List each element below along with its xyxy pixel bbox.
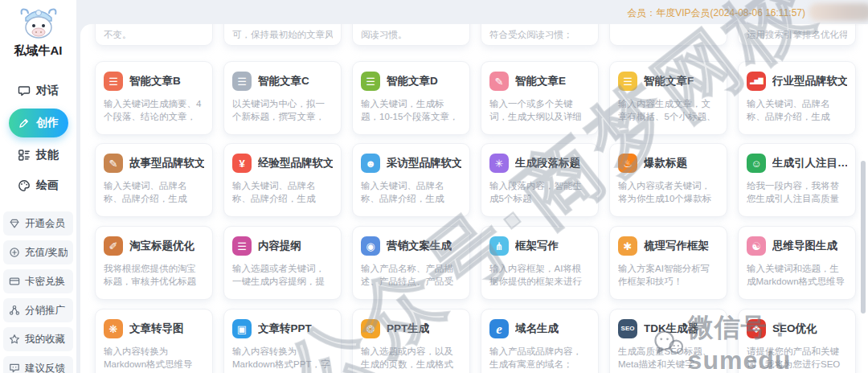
gear-nodes-icon: ✱ xyxy=(618,236,637,256)
tool-card[interactable]: ☻ 采访型品牌软文 输入关键词、品牌名称、品牌介绍，生成【采访问答型】… xyxy=(352,143,470,217)
sidebar-action-label: 开通会员 xyxy=(25,217,65,231)
tool-card-partial[interactable]: 符合受众阅读习惯； xyxy=(481,24,599,46)
creation-tools-panel: 不变。可，保持最初始的文章风格；阅读习惯。符合受众阅读习惯；运用搜索引擎排名优化… xyxy=(80,24,868,373)
tool-card[interactable]: ✐ 淘宝标题优化 我将根据您提供的淘宝标题，审核并优化标题并且再生成… xyxy=(95,226,213,300)
network-icon xyxy=(9,305,20,316)
ie-globe-icon: e xyxy=(489,319,509,338)
card-desc-fragment: 可，保持最初始的文章风格； xyxy=(232,29,333,41)
app-name: 私域牛AI xyxy=(0,43,76,59)
sidebar-action-label: 卡密兑换 xyxy=(25,275,65,289)
outline-doc-icon: ☰ xyxy=(232,236,252,256)
id-badge-icon: ☺ xyxy=(747,154,766,173)
tool-card[interactable]: ✎ 故事型品牌软文 输入关键词、品牌名称、品牌介绍，生成【故事型】品牌… xyxy=(95,143,213,217)
card-description: 输入内容框架，AI将根据你提供的框架来进行内容创作。 xyxy=(489,262,590,288)
doc-yellow-icon: ☰ xyxy=(618,72,637,91)
star-icon xyxy=(9,334,20,345)
sidebar-item-label: 绘画 xyxy=(36,178,59,193)
doc-ribbon-icon: ☰ xyxy=(104,72,123,91)
feedback-bubble-icon xyxy=(9,363,20,373)
doc-lines-icon: ☰ xyxy=(232,72,252,91)
tool-card[interactable]: ▂▅▇ 行业型品牌软文 输入关键词、品牌名称、品牌介绍，生成【行业型】品牌… xyxy=(738,61,856,135)
card-description: 输入产品或品牌内容，生成有寓意的域名； xyxy=(489,345,590,371)
card-title: 生成段落标题 xyxy=(515,156,580,170)
tool-card[interactable]: e 域名生成 输入产品或品牌内容，生成有寓意的域名； xyxy=(481,309,599,373)
tool-card[interactable]: ¥ 经验型品牌软文 输入关键词、品牌名称、品牌介绍，生成【经验型】品牌… xyxy=(223,143,342,217)
interview-person-icon: ☻ xyxy=(361,154,380,173)
card-title: 智能文章F xyxy=(644,74,694,88)
tool-card[interactable]: ◉ 营销文案生成 输入产品名称、产品描述、产品特点、产品受众、生成风… xyxy=(352,226,470,300)
tool-card[interactable]: ☯ 思维导图生成 输入关键词和选题，生成Markdown格式思维导图，… xyxy=(738,226,856,300)
card-description: 给我一段内容，我将替您生成引人注目高质量的标题。 xyxy=(747,179,847,205)
sidebar-action-卡密兑换[interactable]: 卡密兑换 xyxy=(3,269,73,293)
tool-card[interactable]: ❋ 文章转导图 输入内容转换为Markdown格式思维导图，字数多请分段… xyxy=(95,309,213,373)
sidebar-item-label: 技能 xyxy=(36,148,59,162)
card-description: 输入一个或多个关键词，生成大纲以及详细说明； xyxy=(489,97,590,123)
card-description: 输入关键词、品牌名称、品牌介绍，生成【采访问答型】… xyxy=(361,179,461,205)
coin-icon xyxy=(9,247,20,258)
card-description: 输入关键词生成摘要、4个段落、结论的文章，想字数多… xyxy=(104,97,204,123)
sidebar-action-label: 建议反馈 xyxy=(25,362,65,373)
card-description: 输入内容转换为Markdown格式PPT，字数多请分段或使… xyxy=(232,345,333,371)
tool-row: ❋ 文章转导图 输入内容转换为Markdown格式思维导图，字数多请分段… ▣ … xyxy=(95,309,856,373)
chat-bubble-icon xyxy=(18,84,31,97)
sidebar-item-对话[interactable]: 对话 xyxy=(9,78,68,104)
card-title: 思维导图生成 xyxy=(772,239,837,253)
card-title: 爆款标题 xyxy=(644,156,687,170)
sidebar-item-绘画[interactable]: 绘画 xyxy=(9,173,68,199)
card-title: 经验型品牌软文 xyxy=(258,156,333,170)
tool-card[interactable]: ☰ 智能文章C 以关键词为中心，拟一个新标题，撰写文章，想字数多建… xyxy=(223,61,342,135)
card-description: 输入段落内容，智能生成5个标题 xyxy=(489,179,590,205)
sidebar-item-label: 创作 xyxy=(36,116,59,130)
tool-card[interactable]: ❖ SEO优化 请提供您的产品和关键词，我将为您进行SEO优化。 xyxy=(738,309,856,373)
sidebar-action-充值/奖励[interactable]: 充值/奖励 xyxy=(3,240,73,264)
card-description: 输入关键词，生成标题，10-15个段落文章，想字数多建… xyxy=(361,97,461,123)
card-title: SEO优化 xyxy=(772,322,817,336)
tool-card[interactable]: ☰ 智能文章F 输入内容生成文章，文章有概括、5个小标题、结论，想… xyxy=(609,61,727,135)
seo-person-icon: SEO xyxy=(618,319,637,338)
card-description: 输入内容或者关键词，将为你生成10个爆款标题！ xyxy=(618,179,719,205)
palette-icon xyxy=(18,179,31,192)
pencil-icon xyxy=(18,117,31,129)
tool-card[interactable]: ☺ 生成引人注目… 给我一段内容，我将替您生成引人注目高质量的标题。 xyxy=(738,143,856,217)
tool-card[interactable]: ♨ 爆款标题 输入内容或者关键词，将为你生成10个爆款标题！ xyxy=(609,143,727,217)
tool-card[interactable]: SEO TDK生成器 生成高质量SEO标题、Meta描述和关键字 xyxy=(609,309,727,373)
sidebar-action-label: 充值/奖励 xyxy=(25,246,68,260)
tool-card-partial[interactable]: 不变。 xyxy=(95,24,213,46)
card-desc-fragment: 运用搜索引擎排名优化得更多… xyxy=(747,29,847,41)
tool-card[interactable]: ❂ PPT生成 输入选题或内容，以及生成的页数，生成格式为Markdow… xyxy=(352,309,470,373)
tool-card[interactable]: ✱ 梳理写作框架 输入方案AI智能分析写作框架和技巧！ xyxy=(609,226,727,300)
tool-row-partial: 不变。可，保持最初始的文章风格；阅读习惯。符合受众阅读习惯；运用搜索引擎排名优化… xyxy=(95,24,856,46)
tool-card-partial[interactable] xyxy=(609,24,727,46)
tool-card[interactable]: ⋔ 框架写作 输入内容框架，AI将根据你提供的框架来进行内容创作。 xyxy=(481,226,599,300)
sidebar-action-分销推广[interactable]: 分销推广 xyxy=(3,298,73,322)
card-description: 输入选题或者关键词，一键生成内容提纲，提升创作灵感！ xyxy=(232,262,333,288)
card-description: 输入内容转换为Markdown格式思维导图，字数多请分段… xyxy=(104,345,204,371)
sidebar-item-创作[interactable]: 创作 xyxy=(9,109,68,137)
card-description: 输入关键词、品牌名称、品牌介绍，生成【故事型】品牌… xyxy=(104,179,204,205)
tool-card[interactable]: ☰ 智能文章D 输入关键词，生成标题，10-15个段落文章，想字数多建… xyxy=(352,61,470,135)
vertical-scrollbar[interactable] xyxy=(861,161,866,314)
card-icon xyxy=(9,276,20,287)
tool-card[interactable]: ✳ 生成段落标题 输入段落内容，智能生成5个标题 xyxy=(481,143,599,217)
cluster-nodes-icon: ✳ xyxy=(489,154,509,173)
sidebar-action-开通会员[interactable]: 开通会员 xyxy=(3,211,73,236)
card-title: 智能文章C xyxy=(258,74,309,88)
tool-card[interactable]: ☰ 内容提纲 输入选题或者关键词，一键生成内容提纲，提升创作灵感！ xyxy=(223,226,342,300)
doc-pen-icon: ✎ xyxy=(489,72,509,91)
sidebar-action-建议反馈[interactable]: 建议反馈 xyxy=(3,356,73,373)
tool-card-partial[interactable]: 可，保持最初始的文章风格； xyxy=(223,24,342,46)
tool-card-partial[interactable]: 阅读习惯。 xyxy=(352,24,470,46)
tool-card[interactable]: ✎ 智能文章E 输入一个或多个关键词，生成大纲以及详细说明； xyxy=(481,61,599,135)
tool-card[interactable]: ☰ 智能文章B 输入关键词生成摘要、4个段落、结论的文章，想字数多… xyxy=(95,61,213,135)
sidebar-action-我的收藏[interactable]: 我的收藏 xyxy=(3,327,73,351)
card-title: 内容提纲 xyxy=(258,239,301,253)
tool-card-partial[interactable]: 运用搜索引擎排名优化得更多… xyxy=(738,24,856,46)
sidebar-item-技能[interactable]: 技能 xyxy=(9,142,68,168)
tool-card[interactable]: ▣ 文章转PPT 输入内容转换为Markdown格式PPT，字数多请分段或使… xyxy=(223,309,342,373)
dots-map-icon: ❋ xyxy=(104,319,123,338)
user-avatar[interactable] xyxy=(809,3,868,21)
bulb-gear-icon: ❂ xyxy=(361,319,380,338)
card-title: 文章转导图 xyxy=(129,322,184,336)
card-description: 输入关键词、品牌名称、品牌介绍，生成【经验型】品牌… xyxy=(232,179,333,205)
sidebar-item-label: 对话 xyxy=(36,84,59,98)
